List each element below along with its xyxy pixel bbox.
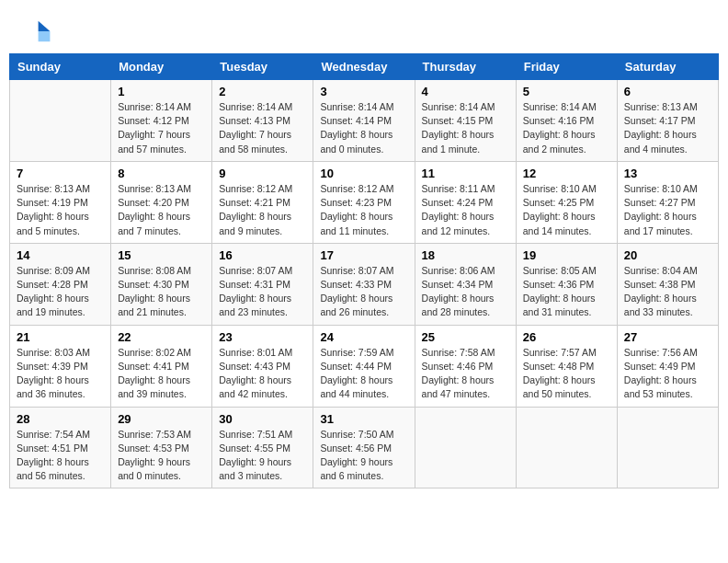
daylight-text: Daylight: 8 hours and 56 minutes. [17, 455, 104, 483]
sunset-text: Sunset: 4:16 PM [523, 114, 610, 128]
calendar-day-cell [617, 407, 718, 488]
page-header [0, 0, 728, 53]
calendar-day-cell: 20Sunrise: 8:04 AMSunset: 4:38 PMDayligh… [617, 243, 718, 325]
day-number: 21 [17, 330, 104, 344]
sunset-text: Sunset: 4:15 PM [422, 114, 509, 128]
daylight-text: Daylight: 8 hours and 19 minutes. [17, 292, 104, 319]
calendar-day-cell [516, 407, 617, 488]
daylight-text: Daylight: 8 hours and 47 minutes. [422, 373, 509, 401]
daylight-text: Daylight: 7 hours and 57 minutes. [118, 128, 205, 155]
calendar-day-cell: 31Sunrise: 7:50 AMSunset: 4:56 PMDayligh… [313, 407, 415, 488]
sunrise-text: Sunrise: 7:57 AM [523, 346, 610, 360]
calendar-day-cell: 8Sunrise: 8:13 AMSunset: 4:20 PMDaylight… [111, 161, 212, 243]
sunrise-text: Sunrise: 8:07 AM [219, 264, 306, 278]
calendar-day-cell: 17Sunrise: 8:07 AMSunset: 4:33 PMDayligh… [313, 243, 415, 325]
sunset-text: Sunset: 4:20 PM [118, 196, 205, 210]
day-number: 8 [118, 167, 205, 180]
sunrise-text: Sunrise: 8:03 AM [17, 346, 104, 360]
day-number: 13 [624, 167, 711, 180]
day-detail: Sunrise: 8:11 AMSunset: 4:24 PMDaylight:… [422, 182, 509, 238]
calendar-day-cell: 28Sunrise: 7:54 AMSunset: 4:51 PMDayligh… [10, 407, 111, 488]
calendar-day-cell: 6Sunrise: 8:13 AMSunset: 4:17 PMDaylight… [617, 80, 718, 162]
calendar-header-row: Sunday Monday Tuesday Wednesday Thursday… [10, 54, 719, 80]
day-number: 15 [118, 248, 205, 262]
day-detail: Sunrise: 8:04 AMSunset: 4:38 PMDaylight:… [624, 264, 711, 320]
calendar-day-cell: 21Sunrise: 8:03 AMSunset: 4:39 PMDayligh… [10, 325, 111, 407]
calendar-day-cell: 12Sunrise: 8:10 AMSunset: 4:25 PMDayligh… [516, 161, 617, 243]
sunset-text: Sunset: 4:49 PM [624, 360, 711, 373]
day-number: 19 [523, 248, 610, 262]
day-number: 3 [320, 85, 407, 98]
calendar-day-cell: 10Sunrise: 8:12 AMSunset: 4:23 PMDayligh… [313, 161, 415, 243]
sunset-text: Sunset: 4:53 PM [118, 442, 205, 455]
calendar-day-cell: 30Sunrise: 7:51 AMSunset: 4:55 PMDayligh… [212, 407, 313, 488]
sunset-text: Sunset: 4:12 PM [118, 114, 205, 128]
col-monday: Monday [111, 54, 212, 80]
sunset-text: Sunset: 4:51 PM [17, 442, 104, 455]
sunrise-text: Sunrise: 8:14 AM [320, 100, 407, 114]
day-number: 9 [219, 167, 306, 180]
day-number: 20 [624, 248, 711, 262]
day-number: 4 [422, 85, 509, 98]
day-number: 24 [320, 330, 407, 344]
day-detail: Sunrise: 7:54 AMSunset: 4:51 PMDaylight:… [17, 428, 104, 484]
sunset-text: Sunset: 4:19 PM [17, 196, 104, 210]
calendar-table: Sunday Monday Tuesday Wednesday Thursday… [9, 53, 719, 488]
day-number: 12 [523, 167, 610, 180]
calendar-day-cell: 22Sunrise: 8:02 AMSunset: 4:41 PMDayligh… [111, 325, 212, 407]
day-number: 10 [320, 167, 407, 180]
day-detail: Sunrise: 7:59 AMSunset: 4:44 PMDaylight:… [320, 346, 407, 402]
day-detail: Sunrise: 8:10 AMSunset: 4:27 PMDaylight:… [624, 182, 711, 238]
sunrise-text: Sunrise: 8:10 AM [523, 182, 610, 196]
sunset-text: Sunset: 4:23 PM [320, 196, 407, 210]
sunset-text: Sunset: 4:24 PM [422, 196, 509, 210]
sunset-text: Sunset: 4:55 PM [219, 442, 306, 455]
day-detail: Sunrise: 8:02 AMSunset: 4:41 PMDaylight:… [118, 346, 205, 402]
sunset-text: Sunset: 4:44 PM [320, 360, 407, 373]
sunrise-text: Sunrise: 8:05 AM [523, 264, 610, 278]
day-number: 11 [422, 167, 509, 180]
daylight-text: Daylight: 8 hours and 4 minutes. [624, 128, 711, 155]
daylight-text: Daylight: 8 hours and 50 minutes. [523, 373, 610, 401]
calendar-day-cell: 11Sunrise: 8:11 AMSunset: 4:24 PMDayligh… [415, 161, 516, 243]
calendar-day-cell: 15Sunrise: 8:08 AMSunset: 4:30 PMDayligh… [111, 243, 212, 325]
logo-icon [22, 17, 51, 46]
col-wednesday: Wednesday [313, 54, 415, 80]
sunrise-text: Sunrise: 8:02 AM [118, 346, 205, 360]
sunrise-text: Sunrise: 7:53 AM [118, 428, 205, 442]
sunset-text: Sunset: 4:46 PM [422, 360, 509, 373]
day-detail: Sunrise: 8:14 AMSunset: 4:14 PMDaylight:… [320, 100, 407, 156]
day-detail: Sunrise: 7:58 AMSunset: 4:46 PMDaylight:… [422, 346, 509, 402]
day-number: 30 [219, 412, 306, 426]
calendar-week-row: 7Sunrise: 8:13 AMSunset: 4:19 PMDaylight… [10, 161, 719, 243]
calendar-week-row: 1Sunrise: 8:14 AMSunset: 4:12 PMDaylight… [10, 80, 719, 162]
calendar-body: 1Sunrise: 8:14 AMSunset: 4:12 PMDaylight… [10, 80, 719, 488]
calendar-day-cell: 24Sunrise: 7:59 AMSunset: 4:44 PMDayligh… [313, 325, 415, 407]
day-number: 25 [422, 330, 509, 344]
sunrise-text: Sunrise: 8:01 AM [219, 346, 306, 360]
sunset-text: Sunset: 4:48 PM [523, 360, 610, 373]
sunrise-text: Sunrise: 8:08 AM [118, 264, 205, 278]
sunset-text: Sunset: 4:25 PM [523, 196, 610, 210]
calendar-day-cell [10, 80, 111, 162]
sunset-text: Sunset: 4:27 PM [624, 196, 711, 210]
sunrise-text: Sunrise: 7:58 AM [422, 346, 509, 360]
sunset-text: Sunset: 4:14 PM [320, 114, 407, 128]
day-detail: Sunrise: 7:57 AMSunset: 4:48 PMDaylight:… [523, 346, 610, 402]
sunrise-text: Sunrise: 8:13 AM [17, 182, 104, 196]
day-number: 31 [320, 412, 407, 426]
sunrise-text: Sunrise: 8:14 AM [523, 100, 610, 114]
daylight-text: Daylight: 8 hours and 23 minutes. [219, 292, 306, 319]
col-saturday: Saturday [617, 54, 718, 80]
day-number: 5 [523, 85, 610, 98]
day-detail: Sunrise: 8:03 AMSunset: 4:39 PMDaylight:… [17, 346, 104, 402]
day-detail: Sunrise: 7:50 AMSunset: 4:56 PMDaylight:… [320, 428, 407, 484]
sunset-text: Sunset: 4:30 PM [118, 278, 205, 292]
day-number: 16 [219, 248, 306, 262]
day-detail: Sunrise: 8:08 AMSunset: 4:30 PMDaylight:… [118, 264, 205, 320]
daylight-text: Daylight: 8 hours and 17 minutes. [624, 210, 711, 237]
sunset-text: Sunset: 4:34 PM [422, 278, 509, 292]
daylight-text: Daylight: 8 hours and 1 minute. [422, 128, 509, 155]
col-sunday: Sunday [10, 54, 111, 80]
daylight-text: Daylight: 8 hours and 36 minutes. [17, 373, 104, 401]
